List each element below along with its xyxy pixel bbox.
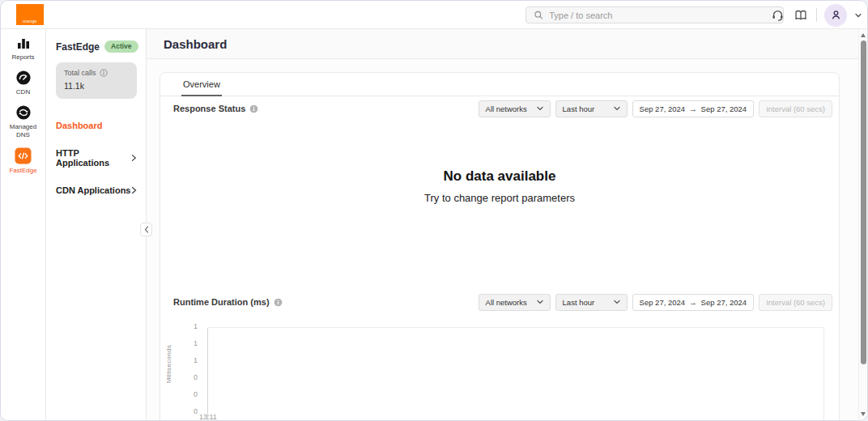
chevron-left-icon — [144, 226, 149, 233]
scroll-down-arrow[interactable] — [861, 412, 866, 416]
page-header: Dashboard — [147, 29, 858, 59]
chevron-down-icon — [537, 106, 543, 111]
chevron-right-icon — [131, 186, 137, 194]
dashboard-card: Overview Response Status All networks — [160, 72, 840, 420]
network-select[interactable]: All networks — [479, 100, 551, 117]
empty-state-title: No data available — [160, 168, 839, 185]
response-status-label: Response Status — [173, 104, 245, 113]
info-icon[interactable] — [249, 104, 258, 113]
scroll-up-arrow[interactable] — [861, 33, 866, 37]
network-select[interactable]: All networks — [479, 294, 551, 311]
runtime-duration-filters: All networks Last hour Sep 27, 2024 → — [479, 294, 832, 311]
search-box[interactable] — [525, 6, 784, 23]
date-range-picker[interactable]: Sep 27, 2024 → Sep 27, 2024 — [632, 294, 755, 311]
fastedge-sidebar: FastEdge Active Total calls 11.1k Dashbo… — [46, 29, 147, 420]
arrow-right-icon: → — [689, 298, 697, 307]
scrollbar-thumb[interactable] — [861, 40, 866, 364]
nav-rail: Reports CDN Managed DNS — [1, 29, 46, 420]
sidebar-item-cdn-applications[interactable]: CDN Applications — [56, 185, 137, 195]
response-status-filters: All networks Last hour Sep 27, 2024 → — [479, 100, 832, 117]
interval-input: Interval (60 secs) — [759, 294, 832, 311]
y-tick: 0 — [175, 390, 198, 398]
dns-refresh-icon — [15, 104, 32, 121]
total-calls-card: Total calls 11.1k — [56, 62, 137, 99]
vertical-scrollbar[interactable] — [858, 29, 867, 420]
response-status-header: Response Status All networks — [173, 100, 832, 117]
user-avatar[interactable] — [824, 4, 847, 27]
page-title: Dashboard — [164, 37, 227, 51]
rail-item-cdn[interactable]: CDN — [1, 70, 45, 96]
main-content: Dashboard Overview Response Status — [147, 29, 858, 420]
chevron-right-icon — [131, 154, 137, 162]
chevron-down-icon — [614, 300, 620, 304]
chevron-down-icon — [537, 300, 543, 304]
rail-item-reports[interactable]: Reports — [1, 36, 45, 62]
y-tick: 1 — [175, 356, 198, 364]
y-tick: 0 — [175, 407, 198, 415]
sidebar-item-dashboard[interactable]: Dashboard — [56, 121, 137, 130]
topbar-actions — [769, 1, 862, 29]
tabs-row: Overview — [160, 73, 839, 96]
info-icon[interactable] — [274, 298, 283, 307]
sidebar-menu: Dashboard HTTP Applications CDN Applicat… — [56, 121, 137, 195]
chart-y-axis-label: Milliseconds — [165, 345, 172, 383]
total-calls-label: Total calls — [64, 69, 96, 77]
date-range-picker[interactable]: Sep 27, 2024 → Sep 27, 2024 — [632, 100, 755, 117]
search-input[interactable] — [549, 11, 776, 20]
period-select[interactable]: Last hour — [555, 294, 628, 311]
y-tick: 1 — [175, 322, 198, 330]
arrow-right-icon: → — [689, 104, 697, 113]
sidebar-header: FastEdge Active — [56, 40, 137, 53]
person-icon — [830, 9, 842, 21]
brand-logo[interactable]: orange — [16, 4, 44, 25]
y-tick: 0 — [175, 373, 198, 381]
topbar-divider — [816, 8, 817, 22]
brand-logo-text: orange — [23, 19, 36, 23]
chevron-down-icon — [614, 106, 620, 111]
runtime-duration-label: Runtime Duration (ms) — [173, 297, 270, 307]
sidebar-app-name: FastEdge — [56, 41, 100, 53]
sidebar-collapse-button[interactable] — [140, 223, 152, 236]
x-tick: 13:11 — [199, 413, 217, 420]
rail-label: Reports — [11, 53, 34, 62]
empty-state: No data available Try to change report p… — [160, 168, 839, 204]
period-select[interactable]: Last hour — [555, 100, 628, 117]
total-calls-value: 11.1k — [64, 81, 129, 91]
rail-label: CDN — [16, 88, 30, 96]
account-chevron-down-icon[interactable] — [854, 11, 862, 19]
interval-input: Interval (60 secs) — [759, 100, 832, 117]
search-icon — [534, 10, 543, 20]
topbar: orange — [1, 1, 867, 29]
support-headset-icon[interactable] — [769, 7, 785, 23]
info-icon[interactable] — [100, 69, 108, 77]
rail-label: FastEdge — [9, 167, 36, 175]
runtime-duration-header: Runtime Duration (ms) All networks — [173, 293, 832, 311]
code-icon — [15, 147, 32, 164]
docs-book-icon[interactable] — [793, 7, 809, 23]
gauge-icon — [15, 70, 32, 86]
tab-overview[interactable]: Overview — [181, 73, 222, 96]
status-badge: Active — [104, 40, 138, 53]
y-tick: 1 — [175, 339, 198, 347]
bar-chart-icon — [15, 36, 32, 51]
rail-item-managed-dns[interactable]: Managed DNS — [1, 104, 45, 139]
rail-label: Managed DNS — [3, 123, 43, 139]
sidebar-item-http-applications[interactable]: HTTP Applications — [56, 148, 137, 168]
rail-item-fastedge[interactable]: FastEdge — [1, 147, 45, 175]
empty-state-subtitle: Try to change report parameters — [160, 192, 839, 204]
app-window: orange — [0, 0, 868, 421]
runtime-duration-chart-plot — [207, 327, 824, 420]
